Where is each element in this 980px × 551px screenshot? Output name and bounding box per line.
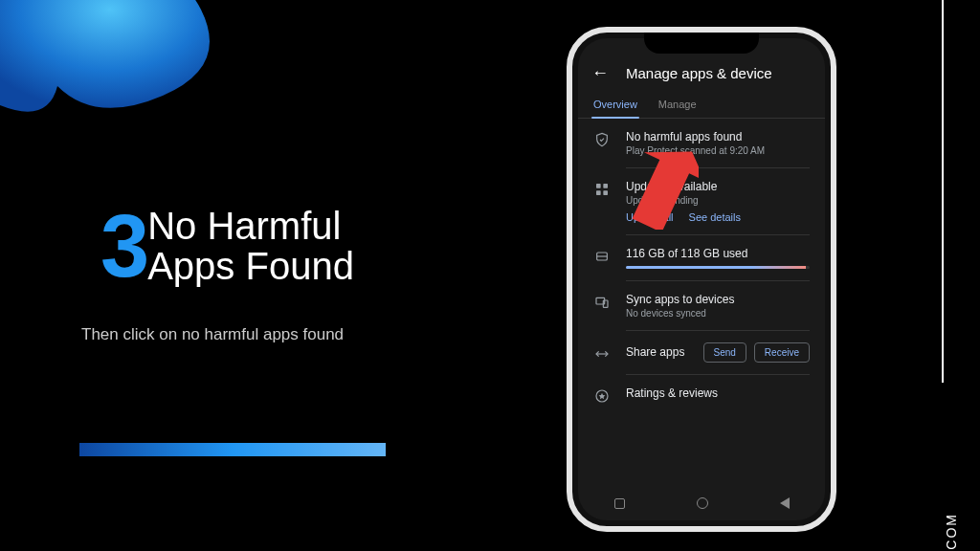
- storage-title: 116 GB of 118 GB used: [626, 247, 810, 260]
- android-navbar: [578, 490, 825, 517]
- apps-icon: [593, 180, 611, 197]
- row-ratings[interactable]: Ratings & reviews: [578, 375, 825, 415]
- step-number: 3: [100, 207, 145, 286]
- step-title-block: 3 No Harmful Apps Found: [100, 206, 354, 286]
- ratings-title: Ratings & reviews: [626, 386, 810, 400]
- phone-screen: ← Manage apps & device Overview Manage N…: [578, 38, 825, 520]
- nav-back-icon[interactable]: [780, 497, 790, 509]
- tabs: Overview Manage: [578, 93, 825, 119]
- row-play-protect[interactable]: No harmful apps found Play Protect scann…: [578, 119, 825, 167]
- receive-button[interactable]: Receive: [754, 342, 810, 363]
- back-icon[interactable]: ←: [591, 63, 609, 83]
- decorative-bar: [79, 443, 386, 456]
- protect-title: No harmful apps found: [626, 130, 810, 143]
- svg-rect-0: [596, 184, 601, 188]
- phone-notch: [644, 33, 759, 54]
- svg-rect-1: [603, 184, 608, 188]
- row-share: Share apps Send Receive: [578, 331, 825, 374]
- send-button[interactable]: Send: [703, 342, 746, 363]
- storage-bar: [626, 266, 810, 269]
- share-title: Share apps: [626, 345, 684, 359]
- step-heading: No Harmful Apps Found: [147, 206, 354, 286]
- nav-recent-icon[interactable]: [614, 498, 625, 509]
- phone-frame: ← Manage apps & device Overview Manage N…: [567, 27, 836, 532]
- nav-home-icon[interactable]: [697, 497, 708, 509]
- star-icon: [593, 386, 611, 404]
- watermark: LROOMAPK.COM: [944, 513, 959, 551]
- instruction-text: Then click on no harmful apps found: [81, 325, 344, 344]
- row-storage[interactable]: 116 GB of 118 GB used: [578, 235, 825, 280]
- sync-sub: No devices synced: [626, 308, 810, 319]
- sync-title: Sync apps to devices: [626, 293, 810, 306]
- decorative-vertical-line: [942, 0, 944, 383]
- share-icon: [593, 344, 611, 362]
- devices-icon: [593, 293, 611, 310]
- decorative-blob: [0, 0, 239, 143]
- red-arrow-annotation: [632, 143, 699, 230]
- tab-manage[interactable]: Manage: [658, 99, 697, 118]
- row-updates[interactable]: Updates available Updates pending Update…: [578, 168, 825, 234]
- svg-rect-3: [603, 190, 608, 195]
- storage-icon: [593, 247, 611, 264]
- tab-overview[interactable]: Overview: [593, 99, 637, 118]
- svg-rect-2: [596, 190, 601, 195]
- header-title: Manage apps & device: [626, 65, 772, 81]
- row-sync[interactable]: Sync apps to devices No devices synced: [578, 281, 825, 330]
- shield-icon: [593, 130, 611, 147]
